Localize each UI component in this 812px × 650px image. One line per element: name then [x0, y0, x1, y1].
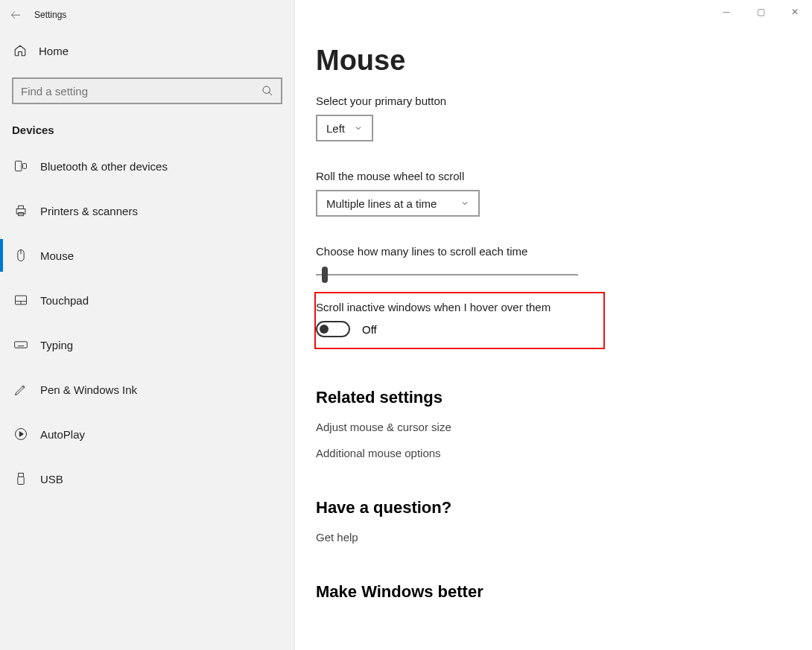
- keyboard-icon: [13, 337, 40, 352]
- scroll-inactive-toggle[interactable]: [316, 321, 350, 337]
- link-get-help[interactable]: Get help: [316, 531, 791, 544]
- sidebar-item-label: Bluetooth & other devices: [40, 160, 168, 173]
- slider-track: [316, 274, 578, 275]
- home-nav[interactable]: Home: [0, 30, 294, 71]
- svg-rect-3: [23, 164, 27, 169]
- svg-rect-2: [16, 161, 22, 171]
- svg-rect-20: [19, 474, 24, 477]
- sidebar-item-touchpad[interactable]: Touchpad: [0, 278, 294, 322]
- improve-heading: Make Windows better: [316, 582, 791, 602]
- sidebar-item-usb[interactable]: USB: [0, 456, 294, 501]
- svg-rect-12: [15, 342, 28, 348]
- svg-point-0: [263, 86, 270, 93]
- question-heading: Have a question?: [316, 498, 791, 517]
- home-icon: [13, 44, 39, 57]
- minimize-button[interactable]: ─: [709, 0, 743, 24]
- primary-button-value: Left: [326, 122, 345, 135]
- settings-sidebar: 🡠 Settings Home Devices Bluetooth & othe…: [0, 0, 295, 650]
- home-label: Home: [39, 45, 69, 57]
- search-icon: [261, 85, 273, 97]
- close-button[interactable]: ✕: [778, 0, 812, 24]
- back-arrow-icon[interactable]: 🡠: [10, 9, 34, 21]
- highlighted-setting: Scroll inactive windows when I hover ove…: [314, 292, 605, 349]
- slider-thumb[interactable]: [322, 267, 328, 283]
- pen-icon: [13, 382, 40, 397]
- link-adjust-mouse-cursor[interactable]: Adjust mouse & cursor size: [316, 421, 791, 433]
- primary-button-label: Select your primary button: [316, 95, 791, 107]
- sidebar-item-printers[interactable]: Printers & scanners: [0, 188, 294, 233]
- sidebar-item-mouse[interactable]: Mouse: [0, 233, 294, 278]
- bluetooth-icon: [13, 159, 40, 173]
- chevron-down-icon: [354, 124, 363, 133]
- sidebar-item-label: Typing: [40, 339, 73, 351]
- search-input-wrap[interactable]: [12, 77, 282, 104]
- svg-rect-4: [16, 209, 25, 214]
- window-controls: ─ ▢ ✕: [709, 0, 812, 24]
- sidebar-item-label: Mouse: [40, 249, 74, 262]
- category-devices: Devices: [0, 107, 294, 144]
- page-title: Mouse: [316, 45, 791, 77]
- titlebar: 🡠 Settings: [0, 0, 294, 30]
- sidebar-item-label: Touchpad: [40, 294, 89, 307]
- roll-wheel-value: Multiple lines at a time: [326, 197, 437, 210]
- toggle-knob: [320, 325, 329, 334]
- svg-rect-5: [19, 205, 24, 208]
- roll-wheel-label: Roll the mouse wheel to scroll: [316, 170, 791, 182]
- sidebar-item-pen[interactable]: Pen & Windows Ink: [0, 367, 294, 412]
- mouse-icon: [13, 248, 40, 263]
- primary-button-dropdown[interactable]: Left: [316, 115, 373, 141]
- lines-scroll-slider[interactable]: [316, 267, 578, 284]
- related-settings-heading: Related settings: [316, 388, 791, 407]
- main-content: ─ ▢ ✕ Mouse Select your primary button L…: [295, 0, 812, 650]
- scroll-inactive-label: Scroll inactive windows when I hover ove…: [316, 301, 596, 313]
- sidebar-item-label: AutoPlay: [40, 428, 85, 441]
- scroll-inactive-state: Off: [362, 323, 377, 336]
- maximize-button[interactable]: ▢: [743, 0, 778, 24]
- usb-icon: [13, 471, 40, 486]
- touchpad-icon: [13, 293, 40, 308]
- svg-rect-21: [18, 477, 24, 485]
- sidebar-item-label: Pen & Windows Ink: [40, 383, 137, 396]
- roll-wheel-dropdown[interactable]: Multiple lines at a time: [316, 190, 480, 217]
- svg-line-1: [269, 92, 272, 95]
- sidebar-item-autoplay[interactable]: AutoPlay: [0, 412, 294, 456]
- sidebar-item-bluetooth[interactable]: Bluetooth & other devices: [0, 144, 294, 188]
- svg-marker-19: [19, 432, 23, 437]
- chevron-down-icon: [460, 199, 469, 208]
- lines-scroll-label: Choose how many lines to scroll each tim…: [316, 245, 791, 258]
- sidebar-item-label: Printers & scanners: [40, 205, 138, 217]
- printer-icon: [13, 203, 40, 218]
- sidebar-item-label: USB: [40, 473, 63, 485]
- autoplay-icon: [13, 427, 40, 442]
- window-title: Settings: [34, 10, 66, 20]
- sidebar-item-typing[interactable]: Typing: [0, 322, 294, 367]
- search-input[interactable]: [21, 85, 261, 98]
- link-additional-mouse-options[interactable]: Additional mouse options: [316, 447, 791, 459]
